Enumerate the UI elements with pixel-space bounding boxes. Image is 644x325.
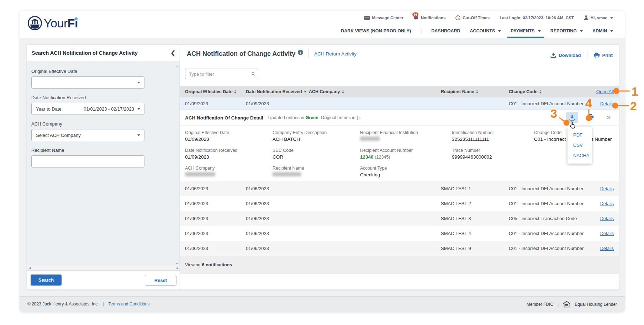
details-link[interactable]: Details [600, 186, 614, 191]
detail-panel: ACH Notification Of Change Detail Update… [180, 110, 619, 181]
nav-divider: | [421, 28, 422, 33]
recipient-name-input[interactable] [36, 159, 134, 164]
date-notification-received-label: Date Notification Received [31, 95, 176, 100]
print-icon [594, 53, 600, 58]
main-nav: DARK VIEWS (NON-PROD ONLY) | DASHBOARD A… [341, 28, 613, 38]
search-panel: Search ACH Notification of Change Activi… [27, 44, 181, 290]
member-fdic: Member FDIC [527, 302, 553, 307]
detail-title: ACH Notification Of Change Detail [185, 115, 263, 121]
col-change-code[interactable]: Change Code [509, 89, 592, 94]
recipient-name-redacted [273, 172, 301, 176]
scroll-up-icon[interactable]: ▲ [176, 65, 178, 68]
chevron-down-icon [610, 30, 613, 32]
close-detail-icon[interactable]: ✕ [606, 114, 611, 121]
utility-bar: Message Center 56 Notifications Cut-Off … [364, 15, 613, 21]
person-icon [584, 15, 588, 20]
download-icon [550, 52, 556, 58]
nav-dark-views[interactable]: DARK VIEWS (NON-PROD ONLY) [341, 28, 411, 37]
scroll-left-icon[interactable]: ◀ [29, 267, 31, 270]
envelope-icon [364, 16, 370, 20]
equal-housing-icon [563, 301, 570, 308]
chevron-down-icon [580, 30, 583, 32]
footer: © 2023 Jack Henry & Associates, Inc. | T… [20, 296, 625, 312]
logo[interactable]: YourFi [27, 16, 78, 31]
nav-reporting[interactable]: REPORTING [550, 28, 583, 37]
recipient-name-label: Recipient Name [31, 148, 176, 153]
nav-accounts[interactable]: ACCOUNTS [470, 28, 501, 37]
title-divider [308, 49, 308, 58]
ach-return-activity-link[interactable]: ACH Return Activity [314, 51, 357, 57]
footer-divider: | [558, 302, 559, 307]
sort-icon [342, 90, 344, 94]
nav-payments[interactable]: PAYMENTS [507, 28, 544, 38]
annotation-2: 2 [630, 100, 637, 112]
table-row[interactable]: 01/06/202301/06/2023 SMAC TEST 2 C01 - I… [180, 196, 619, 211]
detail-legend: Updated entries in Green. Original entri… [268, 115, 361, 120]
info-icon[interactable]: i [298, 50, 303, 55]
scroll-down-icon[interactable]: ▼ [176, 262, 178, 265]
col-date-notification-received[interactable]: Date Notification Received [246, 89, 309, 94]
bank-logo-icon [27, 16, 42, 31]
ach-company-redacted [185, 172, 215, 176]
chevron-down-icon [137, 134, 140, 136]
footer-divider: | [103, 302, 104, 307]
filter-box[interactable] [185, 69, 258, 79]
detail-print-button[interactable] [587, 114, 593, 121]
cursor-icon [569, 121, 576, 130]
open-all-link[interactable]: Open All [596, 89, 614, 94]
terms-link[interactable]: Terms and Conditions [108, 302, 149, 307]
horizontal-scrollbar[interactable]: ◀ ▶ [27, 266, 180, 271]
chevron-down-icon [610, 17, 613, 19]
filter-input[interactable] [189, 71, 252, 77]
ach-company-select[interactable]: Select ACH Company [31, 129, 144, 141]
search-button[interactable]: Search [31, 275, 62, 286]
reset-button[interactable]: Reset [145, 275, 176, 286]
equal-housing-label: Equal Housing Lender [575, 302, 617, 307]
scroll-right-icon[interactable]: ▶ [177, 267, 179, 270]
search-panel-header: Search ACH Notification of Change Activi… [27, 45, 180, 62]
ach-company-label: ACH Company [31, 121, 176, 127]
table-row[interactable]: 01/06/202301/06/2023 SMAC TEST 4 C01 - I… [180, 226, 619, 241]
annotation-1: 1 [632, 85, 638, 97]
download-icon [569, 115, 575, 121]
menu-item-pdf[interactable]: PDF [568, 130, 592, 140]
nav-admin[interactable]: ADMIN [592, 28, 613, 37]
page-title: ACH Notification of Change Activity [187, 50, 295, 58]
activity-panel: ACH Notification of Change Activity i AC… [180, 44, 619, 290]
sort-desc-icon [304, 91, 307, 92]
print-icon [587, 114, 593, 120]
brand-name-bold: Fi [68, 16, 78, 30]
notifications[interactable]: 56 Notifications [413, 15, 446, 21]
details-link[interactable]: Details [600, 201, 614, 206]
table-row[interactable]: 01/06/202301/06/2023 SMAC TEST 3 C05 - I… [180, 211, 619, 226]
search-icon [252, 71, 255, 77]
original-effective-date-label: Original Effective Date [31, 69, 176, 74]
collapse-panel-icon[interactable]: ❮ [171, 49, 175, 56]
sort-icon [539, 90, 542, 94]
menu-item-csv[interactable]: CSV [568, 140, 592, 150]
col-original-effective-date[interactable]: Original Effective Date [185, 89, 246, 94]
user-menu[interactable]: Hi, smac [584, 15, 613, 20]
menu-item-nacha[interactable]: NACHA [568, 150, 592, 161]
cut-off-times[interactable]: Cut-Off Times [455, 15, 490, 20]
col-recipient-name[interactable]: Recipient Name [441, 89, 509, 94]
chevron-down-icon [538, 30, 541, 32]
col-ach-company[interactable]: ACH Company [309, 89, 441, 94]
details-link[interactable]: Details [600, 101, 614, 106]
details-link[interactable]: Details [600, 216, 614, 221]
details-link[interactable]: Details [600, 231, 614, 236]
table-row[interactable]: 01/06/202301/06/2023 SMAC TEST 1 C01 - I… [180, 181, 619, 196]
recipient-name-input-box[interactable] [31, 155, 144, 167]
download-button[interactable]: Download [550, 52, 581, 58]
message-center[interactable]: Message Center [364, 16, 403, 20]
table-row[interactable]: 01/06/202301/06/2023 SMAC TEST 9 C01 - I… [180, 241, 619, 256]
details-link[interactable]: Details [600, 246, 614, 251]
table-header: Original Effective Date Date Notificatio… [180, 86, 619, 97]
original-effective-date-select[interactable] [31, 76, 144, 89]
date-notification-received-select[interactable]: Year to Date01/01/2023 - 02/17/2023 [31, 103, 144, 115]
nav-dashboard[interactable]: DASHBOARD [431, 28, 460, 37]
copyright: © 2023 Jack Henry & Associates, Inc. [27, 302, 99, 307]
download-menu: PDF CSV NACHA [568, 127, 592, 164]
print-button[interactable]: Print [594, 53, 613, 58]
search-panel-title: Search ACH Notification of Change Activi… [32, 50, 138, 56]
